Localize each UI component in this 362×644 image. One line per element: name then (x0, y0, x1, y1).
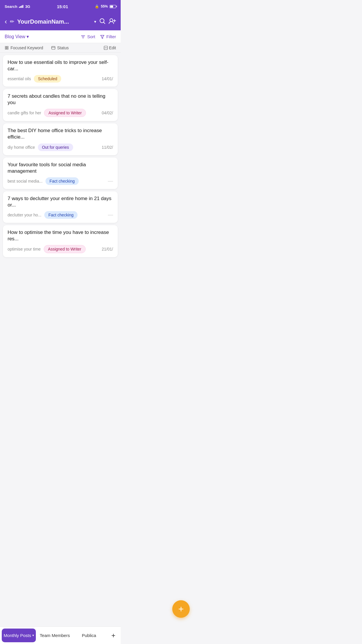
sort-button[interactable]: Sort (81, 34, 95, 39)
status-badge[interactable]: Fact checking (45, 177, 79, 185)
post-keyword: declutter your ho... (8, 213, 41, 217)
post-card[interactable]: Your favourite tools for social media ma… (3, 158, 118, 189)
back-button[interactable]: ‹ (5, 18, 7, 26)
post-title: Your favourite tools for social media ma… (8, 162, 113, 174)
title-dropdown-icon[interactable]: ▾ (94, 19, 96, 24)
column-keyword: Focused Keyword (5, 46, 51, 50)
post-keyword: candle gifts for her (8, 111, 41, 115)
status-bar: Search 3G 15:01 🔒 55% (0, 0, 121, 13)
column-edit: Edit (104, 46, 116, 50)
post-date: 21/01/ (102, 247, 113, 251)
post-card[interactable]: The best DIY home office tricks to incre… (3, 123, 118, 155)
status-badge[interactable]: Assigned to Writer (44, 109, 86, 117)
battery-icon (110, 5, 116, 8)
post-title: 7 ways to declutter your entire home in … (8, 195, 113, 208)
app-name: Search (5, 4, 17, 9)
post-meta: declutter your ho...Fact checking— (8, 211, 113, 219)
post-date: 11/02/ (102, 145, 113, 150)
status-badge[interactable]: Out for queries (38, 144, 73, 151)
blog-view-dropdown-icon: ▾ (27, 34, 29, 39)
add-user-button[interactable] (108, 18, 116, 26)
status-time: 15:01 (57, 4, 68, 9)
column-status: Status (51, 46, 104, 50)
post-meta: candle gifts for herAssigned to Writer04… (8, 109, 113, 117)
network-type: 3G (25, 4, 30, 9)
blog-view-button[interactable]: Blog View ▾ (5, 34, 29, 39)
status-badge[interactable]: Scheduled (34, 75, 61, 83)
toolbar: Blog View ▾ Sort Filter (0, 30, 121, 43)
post-meta: optimise your timeAssigned to Writer21/0… (8, 245, 113, 253)
svg-line-1 (104, 22, 105, 24)
status-left: Search 3G (5, 4, 30, 9)
post-no-date: — (108, 178, 113, 184)
post-keyword: essential oils (8, 76, 31, 81)
battery-percent: 55% (101, 4, 108, 8)
post-keyword: best social media... (8, 179, 43, 183)
status-column-label: Status (57, 46, 69, 50)
domain-title: YourDomainNam... (17, 18, 91, 25)
toolbar-actions: Sort Filter (81, 34, 116, 39)
post-date: 04/02/ (102, 111, 113, 115)
filter-label: Filter (106, 34, 116, 39)
keyword-column-label: Focused Keyword (10, 46, 43, 50)
post-title: How to optimise the time you have to inc… (8, 229, 113, 242)
search-button[interactable] (99, 18, 106, 26)
header: ‹ ✏ YourDomainNam... ▾ (0, 13, 121, 30)
status-right: 🔒 55% (95, 4, 116, 8)
svg-point-2 (110, 19, 113, 22)
filter-button[interactable]: Filter (100, 34, 116, 39)
post-keyword: optimise your time (8, 247, 41, 251)
status-badge[interactable]: Assigned to Writer (44, 245, 86, 253)
edit-column-label: Edit (109, 46, 116, 50)
post-title: How to use essential oils to improve you… (8, 59, 113, 72)
post-meta: essential oilsScheduled14/01/ (8, 75, 113, 83)
edit-icon[interactable]: ✏ (10, 18, 14, 25)
signal-icon (19, 5, 23, 8)
post-card[interactable]: How to use essential oils to improve you… (3, 55, 118, 87)
column-headers: Focused Keyword Status Edit (0, 43, 121, 53)
blog-view-label: Blog View (5, 34, 25, 39)
post-title: The best DIY home office tricks to incre… (8, 127, 113, 140)
post-card[interactable]: How to optimise the time you have to inc… (3, 225, 118, 257)
post-title: 7 secrets about candles that no one is t… (8, 93, 113, 106)
post-card[interactable]: 7 secrets about candles that no one is t… (3, 89, 118, 121)
post-keyword: diy home office (8, 145, 35, 150)
post-meta: diy home officeOut for queries11/02/ (8, 144, 113, 151)
post-no-date: — (108, 212, 113, 218)
posts-list: How to use essential oils to improve you… (0, 55, 121, 257)
post-date: 14/01/ (102, 76, 113, 81)
status-badge[interactable]: Fact checking (44, 211, 78, 219)
post-meta: best social media...Fact checking— (8, 177, 113, 185)
post-card[interactable]: 7 ways to declutter your entire home in … (3, 191, 118, 223)
sort-label: Sort (87, 34, 95, 39)
svg-rect-5 (52, 46, 55, 49)
lock-icon: 🔒 (95, 4, 99, 8)
